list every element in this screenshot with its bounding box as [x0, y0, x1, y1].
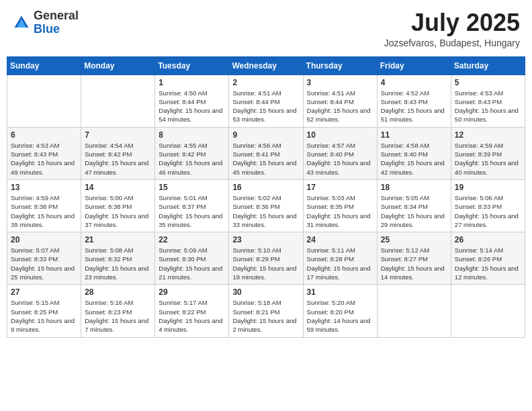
calendar-cell: 28Sunrise: 5:16 AMSunset: 8:23 PMDayligh… [81, 285, 155, 337]
calendar-table: SundayMondayTuesdayWednesdayThursdayFrid… [7, 56, 525, 338]
day-number: 4 [381, 78, 447, 87]
day-info: Sunrise: 4:55 AMSunset: 8:42 PMDaylight:… [159, 141, 225, 177]
day-number: 28 [85, 287, 151, 297]
calendar-cell: 20Sunrise: 5:07 AMSunset: 8:33 PMDayligh… [7, 232, 81, 285]
weekday-header-thursday: Thursday [303, 56, 377, 75]
day-number: 20 [11, 235, 77, 244]
calendar-cell: 4Sunrise: 4:52 AMSunset: 8:43 PMDaylight… [377, 75, 451, 127]
weekday-header-friday: Friday [377, 56, 451, 75]
day-number: 10 [307, 130, 373, 140]
calendar-cell: 13Sunrise: 4:59 AMSunset: 8:38 PMDayligh… [7, 179, 81, 232]
day-info: Sunrise: 5:17 AMSunset: 8:22 PMDaylight:… [159, 298, 225, 334]
calendar-cell: 22Sunrise: 5:09 AMSunset: 8:30 PMDayligh… [155, 232, 229, 285]
day-number: 2 [232, 78, 299, 87]
calendar-cell: 29Sunrise: 5:17 AMSunset: 8:22 PMDayligh… [155, 285, 229, 337]
calendar-cell: 8Sunrise: 4:55 AMSunset: 8:42 PMDaylight… [155, 127, 229, 179]
title-section: July 2025 Jozsefvaros, Budapest, Hungary [384, 9, 520, 48]
day-number: 30 [232, 287, 299, 297]
calendar-cell: 18Sunrise: 5:05 AMSunset: 8:34 PMDayligh… [377, 179, 451, 232]
day-info: Sunrise: 4:53 AMSunset: 8:43 PMDaylight:… [11, 141, 77, 177]
weekday-header-wednesday: Wednesday [229, 56, 303, 75]
calendar-cell: 6Sunrise: 4:53 AMSunset: 8:43 PMDaylight… [7, 127, 81, 179]
day-info: Sunrise: 4:50 AMSunset: 8:44 PMDaylight:… [159, 89, 225, 124]
calendar-cell: 9Sunrise: 4:56 AMSunset: 8:41 PMDaylight… [229, 127, 303, 179]
day-number: 15 [159, 183, 225, 192]
day-info: Sunrise: 4:54 AMSunset: 8:42 PMDaylight:… [85, 141, 151, 177]
day-number: 14 [85, 183, 151, 192]
calendar-cell: 26Sunrise: 5:14 AMSunset: 8:26 PMDayligh… [451, 232, 525, 285]
location-subtitle: Jozsefvaros, Budapest, Hungary [384, 38, 520, 48]
calendar-week-4: 20Sunrise: 5:07 AMSunset: 8:33 PMDayligh… [7, 232, 525, 285]
calendar-cell [81, 75, 155, 127]
day-info: Sunrise: 5:02 AMSunset: 8:36 PMDaylight:… [232, 193, 299, 229]
day-info: Sunrise: 5:16 AMSunset: 8:23 PMDaylight:… [85, 298, 151, 334]
calendar-cell: 16Sunrise: 5:02 AMSunset: 8:36 PMDayligh… [229, 179, 303, 232]
calendar-cell: 25Sunrise: 5:12 AMSunset: 8:27 PMDayligh… [377, 232, 451, 285]
calendar-cell: 12Sunrise: 4:59 AMSunset: 8:39 PMDayligh… [451, 127, 525, 179]
day-info: Sunrise: 5:12 AMSunset: 8:27 PMDaylight:… [381, 246, 447, 281]
calendar-week-5: 27Sunrise: 5:15 AMSunset: 8:25 PMDayligh… [7, 285, 525, 337]
page-header: General Blue July 2025 Jozsefvaros, Buda… [7, 7, 525, 51]
day-info: Sunrise: 5:14 AMSunset: 8:26 PMDaylight:… [455, 246, 521, 281]
day-number: 31 [307, 287, 373, 297]
logo-general-text: General [34, 9, 79, 23]
day-number: 24 [307, 235, 373, 244]
calendar-cell: 31Sunrise: 5:20 AMSunset: 8:20 PMDayligh… [303, 285, 377, 337]
day-info: Sunrise: 4:51 AMSunset: 8:44 PMDaylight:… [232, 89, 299, 124]
calendar-cell: 1Sunrise: 4:50 AMSunset: 8:44 PMDaylight… [155, 75, 229, 127]
day-number: 1 [159, 78, 225, 87]
day-number: 7 [85, 130, 151, 140]
day-info: Sunrise: 4:52 AMSunset: 8:43 PMDaylight:… [381, 89, 447, 124]
calendar-cell: 14Sunrise: 5:00 AMSunset: 8:38 PMDayligh… [81, 179, 155, 232]
day-number: 12 [455, 130, 521, 140]
calendar-cell: 24Sunrise: 5:11 AMSunset: 8:28 PMDayligh… [303, 232, 377, 285]
calendar-cell: 10Sunrise: 4:57 AMSunset: 8:40 PMDayligh… [303, 127, 377, 179]
day-number: 19 [455, 183, 521, 192]
day-info: Sunrise: 5:06 AMSunset: 8:33 PMDaylight:… [455, 193, 521, 229]
day-info: Sunrise: 4:57 AMSunset: 8:40 PMDaylight:… [307, 141, 373, 177]
calendar-cell: 27Sunrise: 5:15 AMSunset: 8:25 PMDayligh… [7, 285, 81, 337]
weekday-header-monday: Monday [81, 56, 155, 75]
calendar-cell: 17Sunrise: 5:03 AMSunset: 8:35 PMDayligh… [303, 179, 377, 232]
day-info: Sunrise: 4:53 AMSunset: 8:43 PMDaylight:… [455, 89, 521, 124]
day-number: 21 [85, 235, 151, 244]
day-info: Sunrise: 5:03 AMSunset: 8:35 PMDaylight:… [307, 193, 373, 229]
day-info: Sunrise: 4:56 AMSunset: 8:41 PMDaylight:… [232, 141, 299, 177]
day-number: 6 [11, 130, 77, 140]
calendar-cell [7, 75, 81, 127]
day-number: 27 [11, 287, 77, 297]
logo-blue-text: Blue [34, 23, 79, 36]
day-number: 9 [232, 130, 299, 140]
day-number: 8 [159, 130, 225, 140]
day-number: 5 [455, 78, 521, 87]
day-number: 23 [232, 235, 299, 244]
day-number: 22 [159, 235, 225, 244]
day-info: Sunrise: 5:15 AMSunset: 8:25 PMDaylight:… [11, 298, 77, 334]
day-info: Sunrise: 5:10 AMSunset: 8:29 PMDaylight:… [232, 246, 299, 281]
day-info: Sunrise: 5:08 AMSunset: 8:32 PMDaylight:… [85, 246, 151, 281]
day-number: 16 [232, 183, 299, 192]
calendar-cell: 30Sunrise: 5:18 AMSunset: 8:21 PMDayligh… [229, 285, 303, 337]
day-info: Sunrise: 4:58 AMSunset: 8:40 PMDaylight:… [381, 141, 447, 177]
day-info: Sunrise: 5:01 AMSunset: 8:37 PMDaylight:… [159, 193, 225, 229]
calendar-week-2: 6Sunrise: 4:53 AMSunset: 8:43 PMDaylight… [7, 127, 525, 179]
calendar-cell [377, 285, 451, 337]
day-number: 25 [381, 235, 447, 244]
calendar-cell: 23Sunrise: 5:10 AMSunset: 8:29 PMDayligh… [229, 232, 303, 285]
weekday-header-tuesday: Tuesday [155, 56, 229, 75]
day-info: Sunrise: 4:51 AMSunset: 8:44 PMDaylight:… [307, 89, 373, 124]
day-number: 29 [159, 287, 225, 297]
day-info: Sunrise: 5:07 AMSunset: 8:33 PMDaylight:… [11, 246, 77, 281]
day-info: Sunrise: 4:59 AMSunset: 8:38 PMDaylight:… [11, 193, 77, 229]
day-info: Sunrise: 5:11 AMSunset: 8:28 PMDaylight:… [307, 246, 373, 281]
calendar-cell [451, 285, 525, 337]
day-number: 11 [381, 130, 447, 140]
calendar-cell: 19Sunrise: 5:06 AMSunset: 8:33 PMDayligh… [451, 179, 525, 232]
month-year-title: July 2025 [384, 9, 520, 36]
calendar-cell: 3Sunrise: 4:51 AMSunset: 8:44 PMDaylight… [303, 75, 377, 127]
day-info: Sunrise: 4:59 AMSunset: 8:39 PMDaylight:… [455, 141, 521, 177]
day-info: Sunrise: 5:18 AMSunset: 8:21 PMDaylight:… [232, 298, 299, 334]
weekday-header-saturday: Saturday [451, 56, 525, 75]
calendar-week-1: 1Sunrise: 4:50 AMSunset: 8:44 PMDaylight… [7, 75, 525, 127]
day-number: 13 [11, 183, 77, 192]
